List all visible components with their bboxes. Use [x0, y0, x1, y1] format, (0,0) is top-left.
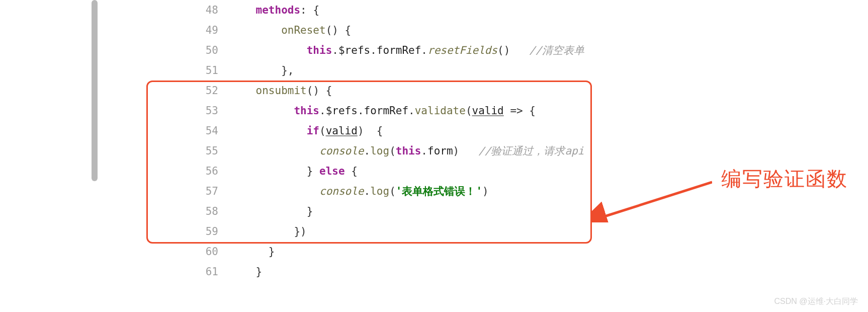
line-number: 58 — [191, 201, 218, 221]
code-line: } — [230, 262, 868, 282]
token-prop: $refs — [338, 44, 370, 56]
token-method: resetFields — [427, 44, 497, 56]
token-punct: } — [269, 246, 275, 258]
code-line: onsubmit() { — [230, 81, 868, 101]
line-number: 51 — [191, 60, 218, 81]
token-punct: ( — [389, 185, 396, 197]
token-punct: { — [345, 165, 358, 177]
token-punct: } — [307, 165, 319, 177]
line-number: 48 — [191, 0, 218, 20]
token-function: onsubmit — [256, 85, 307, 97]
token-punct: ( — [466, 105, 472, 117]
token-function: onReset — [281, 24, 326, 36]
token-prop: form — [427, 145, 453, 157]
token-string: '表单格式错误！' — [396, 185, 482, 197]
code-line: if(valid) { — [230, 121, 868, 141]
line-number: 57 — [191, 181, 218, 201]
token-punct: () { — [326, 24, 352, 36]
token-keyword: if — [307, 125, 319, 137]
line-number: 60 — [191, 242, 218, 262]
code-line: console.log(this.form) //验证通过，请求api — [230, 141, 868, 161]
code-line: } else { — [230, 161, 868, 181]
token-prop: $refs — [326, 105, 358, 117]
token-punct: => { — [504, 105, 536, 117]
token-punct: ) { — [358, 125, 383, 137]
token-punct: ( — [319, 125, 326, 137]
token-method: validate — [415, 105, 466, 117]
line-number: 59 — [191, 221, 218, 242]
line-number: 49 — [191, 20, 218, 40]
code-line: console.log('表单格式错误！') — [230, 181, 868, 201]
token-this: this — [294, 105, 319, 117]
line-number: 50 — [191, 40, 218, 60]
line-number: 52 — [191, 81, 218, 101]
token-keyword: methods — [256, 4, 301, 16]
code-line: onReset() { — [230, 20, 868, 40]
token-punct: . — [319, 105, 326, 117]
watermark: CSDN @运维·大白同学 — [774, 296, 858, 307]
token-punct: ) — [482, 185, 489, 197]
token-punct: ) — [453, 145, 460, 157]
line-number-column: 48 49 50 51 52 53 54 55 56 57 58 59 60 6… — [191, 0, 227, 282]
token-this: this — [307, 44, 332, 56]
token-punct: : { — [300, 4, 319, 16]
token-punct: . — [370, 44, 377, 56]
code-line: }, — [230, 60, 868, 81]
token-prop: formRef — [377, 44, 421, 56]
token-punct: } — [256, 266, 263, 278]
scrollbar-thumb[interactable] — [92, 0, 98, 181]
line-number: 53 — [191, 101, 218, 121]
token-punct: . — [358, 105, 364, 117]
code-line: }) — [230, 221, 868, 242]
token-punct: }) — [294, 225, 306, 238]
code-line: } — [230, 201, 868, 221]
token-console: console — [319, 145, 364, 157]
token-prop: formRef — [364, 105, 409, 117]
token-comment: //清空表单 — [529, 44, 584, 56]
token-var: valid — [326, 125, 358, 137]
editor-gutter — [0, 0, 91, 282]
token-console: console — [319, 185, 364, 197]
token-method: log — [370, 145, 389, 157]
token-punct: () — [497, 44, 510, 56]
code-line: this.$refs.formRef.resetFields() //清空表单 — [230, 40, 868, 60]
token-punct: . — [364, 145, 371, 157]
token-punct: . — [364, 185, 371, 197]
token-punct: . — [332, 44, 338, 56]
line-number: 54 — [191, 121, 218, 141]
code-editor: 48 49 50 51 52 53 54 55 56 57 58 59 60 6… — [0, 0, 868, 282]
token-punct: . — [421, 145, 427, 157]
line-number: 55 — [191, 141, 218, 161]
token-param: valid — [472, 105, 504, 117]
token-this: this — [396, 145, 421, 157]
token-punct: ( — [389, 145, 396, 157]
line-number: 61 — [191, 262, 218, 282]
token-keyword: else — [319, 165, 345, 177]
vertical-scrollbar[interactable] — [91, 0, 99, 312]
token-comment: //验证通过，请求api — [478, 145, 584, 157]
token-punct: . — [421, 44, 427, 56]
token-punct: }, — [281, 64, 294, 76]
token-punct: } — [307, 205, 313, 217]
code-content[interactable]: methods: { onReset() { this.$refs.formRe… — [227, 0, 868, 282]
line-number: 56 — [191, 161, 218, 181]
code-line: methods: { — [230, 0, 868, 20]
code-line: this.$refs.formRef.validate(valid => { — [230, 101, 868, 121]
token-method: log — [370, 185, 389, 197]
code-line: } — [230, 242, 868, 262]
token-punct: . — [408, 105, 415, 117]
token-punct: () { — [307, 85, 332, 97]
